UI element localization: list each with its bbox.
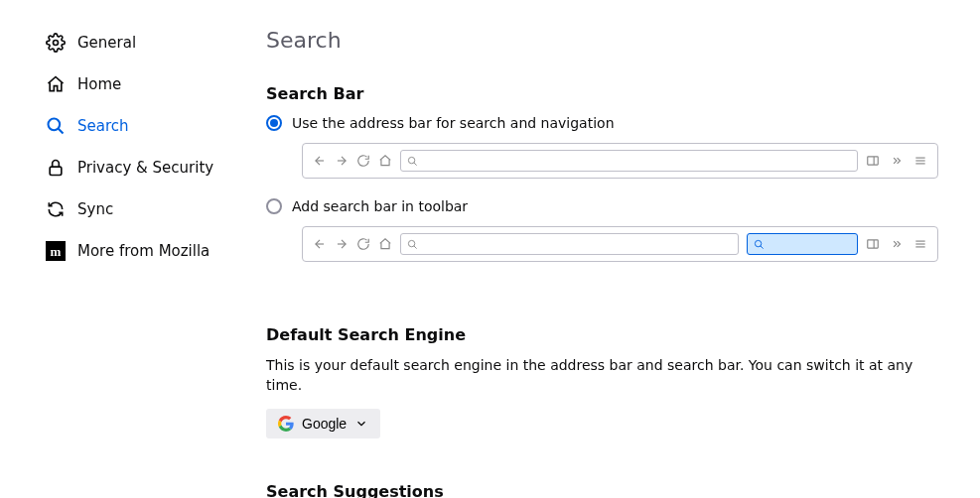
sidebar-item-label: Search	[77, 117, 129, 135]
searchbar-preview	[747, 233, 858, 255]
home-icon	[378, 154, 392, 168]
sidebar-item-mozilla[interactable]: m More from Mozilla	[46, 230, 237, 272]
sidebar-item-label: Sync	[77, 200, 113, 218]
chevron-down-icon	[354, 417, 368, 431]
menu-icon	[913, 237, 927, 251]
overflow-icon	[890, 237, 904, 251]
right-icons-group	[866, 237, 927, 251]
sidebar-icon	[866, 237, 880, 251]
radio-label: Use the address bar for search and navig…	[292, 115, 615, 131]
home-icon	[46, 74, 66, 94]
sidebar-icon	[866, 154, 880, 168]
mozilla-icon: m	[46, 241, 66, 261]
searchbar-heading: Search Bar	[266, 84, 938, 103]
radio-icon	[266, 198, 282, 214]
svg-point-6	[408, 157, 414, 163]
sidebar-item-label: Home	[77, 75, 121, 93]
overflow-icon	[890, 154, 904, 168]
page-title: Search	[266, 28, 938, 53]
sidebar-item-general[interactable]: General	[46, 22, 237, 63]
svg-rect-3	[50, 167, 62, 175]
sidebar-item-privacy[interactable]: Privacy & Security	[46, 147, 237, 188]
sidebar-item-label: General	[77, 34, 136, 52]
lock-icon	[46, 158, 66, 178]
search-icon	[407, 156, 418, 167]
engine-name: Google	[302, 416, 347, 432]
svg-point-17	[755, 240, 761, 246]
toolbar-preview-searchbar	[302, 226, 938, 262]
svg-rect-19	[868, 240, 879, 248]
radio-address-bar[interactable]: Use the address bar for search and navig…	[266, 115, 938, 131]
svg-rect-8	[868, 157, 879, 165]
back-icon	[313, 154, 327, 168]
svg-line-18	[761, 245, 764, 248]
sidebar-item-label: Privacy & Security	[77, 159, 213, 177]
forward-icon	[335, 237, 349, 251]
search-icon	[46, 116, 66, 136]
suggestions-heading: Search Suggestions	[266, 482, 938, 498]
default-engine-description: This is your default search engine in th…	[266, 356, 938, 395]
settings-content: Search Search Bar Use the address bar fo…	[238, 0, 980, 498]
menu-icon	[913, 154, 927, 168]
gear-icon	[46, 33, 66, 53]
home-icon	[378, 237, 392, 251]
svg-line-2	[59, 129, 64, 134]
svg-point-15	[408, 240, 414, 246]
default-engine-dropdown[interactable]: Google	[266, 409, 380, 438]
default-engine-heading: Default Search Engine	[266, 325, 938, 344]
radio-search-toolbar[interactable]: Add search bar in toolbar	[266, 198, 938, 214]
sidebar-item-home[interactable]: Home	[46, 63, 237, 105]
settings-sidebar: General Home Search Privacy & Security S…	[0, 0, 238, 498]
nav-icons-group	[313, 154, 392, 168]
sidebar-item-search[interactable]: Search	[46, 105, 237, 147]
search-icon	[754, 239, 765, 250]
toolbar-preview-address	[302, 143, 938, 179]
svg-point-1	[49, 119, 61, 131]
sidebar-item-label: More from Mozilla	[77, 242, 210, 260]
reload-icon	[356, 154, 370, 168]
urlbar-preview	[400, 233, 739, 255]
svg-line-7	[414, 162, 417, 165]
svg-point-0	[54, 41, 59, 46]
back-icon	[313, 237, 327, 251]
nav-icons-group	[313, 237, 392, 251]
sidebar-item-sync[interactable]: Sync	[46, 188, 237, 230]
radio-label: Add search bar in toolbar	[292, 198, 468, 214]
forward-icon	[335, 154, 349, 168]
right-icons-group	[866, 154, 927, 168]
sync-icon	[46, 199, 66, 219]
urlbar-preview	[400, 150, 858, 172]
radio-icon	[266, 115, 282, 131]
svg-line-16	[414, 245, 417, 248]
reload-icon	[356, 237, 370, 251]
google-icon	[278, 416, 294, 432]
search-icon	[407, 239, 418, 250]
